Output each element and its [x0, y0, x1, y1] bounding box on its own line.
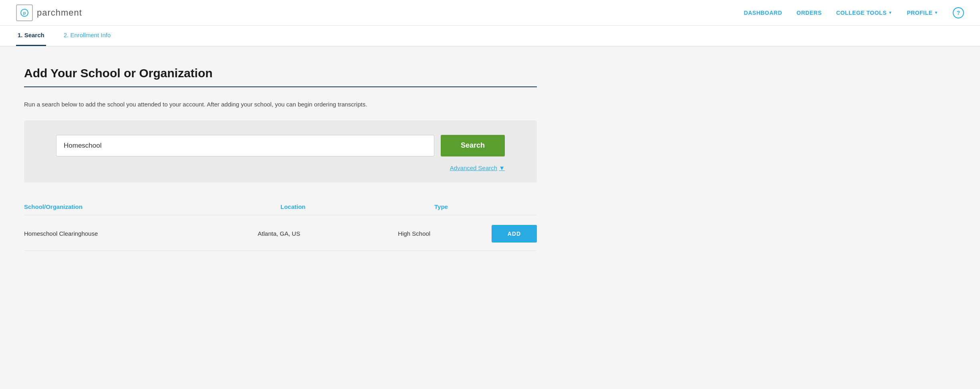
- chevron-down-icon: ▼: [934, 10, 938, 15]
- parchment-logo-icon: p: [16, 4, 33, 21]
- main-content: Add Your School or Organization Run a se…: [0, 46, 561, 271]
- results-table: School/Organization Location Type Homesc…: [24, 199, 537, 251]
- header-location: Location: [280, 203, 434, 210]
- advanced-search-toggle[interactable]: Advanced Search ▼: [450, 164, 505, 171]
- page-title: Add Your School or Organization: [24, 66, 537, 80]
- table-header: School/Organization Location Type: [24, 199, 537, 215]
- cell-type: High School: [398, 230, 491, 237]
- search-row: Search: [56, 135, 505, 156]
- search-container: Search Advanced Search ▼: [24, 120, 537, 182]
- nav-profile[interactable]: PROFILE ▼: [907, 10, 938, 16]
- search-input[interactable]: [56, 135, 434, 156]
- nav-orders[interactable]: ORDERS: [797, 10, 822, 16]
- cell-action: ADD: [492, 225, 537, 243]
- nav-college-tools[interactable]: COLLEGE TOOLS ▼: [836, 10, 892, 16]
- advanced-search-link: Advanced Search ▼: [56, 164, 505, 171]
- header-type: Type: [434, 203, 537, 210]
- nav-dashboard[interactable]: DASHBOARD: [744, 10, 782, 16]
- tab-bar: 1. Search 2. Enrollment Info: [0, 26, 980, 46]
- tab-search[interactable]: 1. Search: [16, 25, 46, 46]
- header-school-org: School/Organization: [24, 203, 280, 210]
- tab-enrollment-info[interactable]: 2. Enrollment Info: [62, 25, 113, 46]
- chevron-down-icon: ▼: [888, 10, 892, 15]
- cell-school-name: Homeschool Clearinghouse: [24, 230, 258, 237]
- search-button[interactable]: Search: [441, 135, 505, 156]
- logo-inner-circle: p: [20, 9, 28, 17]
- chevron-down-icon: ▼: [499, 164, 505, 171]
- top-nav: p parchment DASHBOARD ORDERS COLLEGE TOO…: [0, 0, 980, 26]
- cell-location: Atlanta, GA, US: [258, 230, 398, 237]
- add-school-button[interactable]: ADD: [492, 225, 537, 243]
- nav-links: DASHBOARD ORDERS COLLEGE TOOLS ▼ PROFILE…: [744, 7, 964, 18]
- subtitle: Run a search below to add the school you…: [24, 100, 537, 109]
- help-icon[interactable]: ?: [953, 7, 964, 18]
- title-divider: [24, 86, 537, 87]
- logo-area: p parchment: [16, 4, 82, 21]
- logo-text: parchment: [37, 8, 82, 18]
- table-row: Homeschool Clearinghouse Atlanta, GA, US…: [24, 217, 537, 251]
